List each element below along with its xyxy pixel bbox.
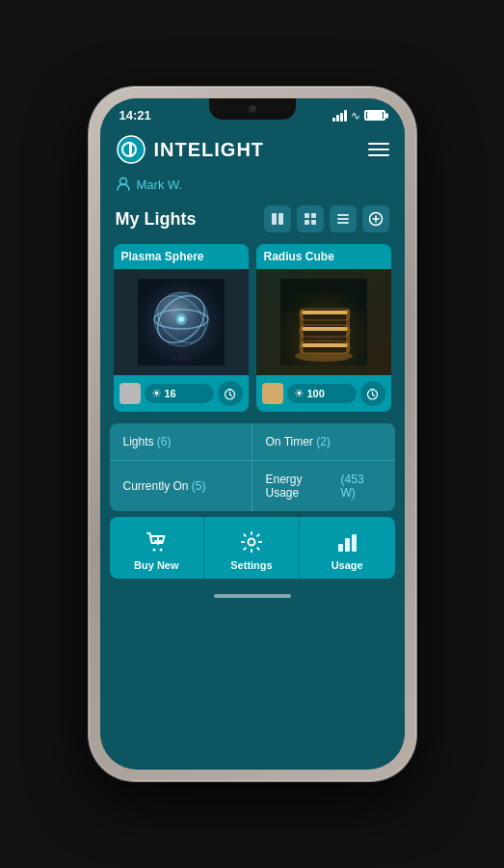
stats-grid: Lights (6) On Timer (2) Currently On (5)… <box>110 423 395 511</box>
stat-energy-value: (453 W) <box>341 473 382 500</box>
section-header: My Lights <box>100 200 405 240</box>
hamburger-line-2 <box>368 149 389 150</box>
svg-rect-50 <box>352 534 357 552</box>
hamburger-line-1 <box>368 143 389 145</box>
plasma-sphere-illustration <box>138 279 225 366</box>
stat-lights-value: (6) <box>157 435 172 448</box>
wifi-icon: ∿ <box>351 109 360 122</box>
stat-currently-on-label: Currently On <box>123 479 192 493</box>
brightness-value-plasma: 16 <box>165 388 176 399</box>
svg-rect-6 <box>305 213 309 218</box>
stat-currently-on-value: (5) <box>192 479 206 493</box>
stat-lights-label: Lights <box>123 435 157 448</box>
svg-rect-7 <box>311 213 316 218</box>
svg-point-24 <box>178 316 184 322</box>
light-card-label-plasma: Plasma Sphere <box>114 244 249 269</box>
radius-cube-illustration <box>280 279 367 366</box>
buy-new-icon <box>143 529 170 556</box>
svg-rect-34 <box>302 327 348 331</box>
stat-on-timer-value: (2) <box>316 435 331 448</box>
color-swatch-plasma[interactable] <box>119 383 141 404</box>
section-title: My Lights <box>116 209 197 230</box>
color-swatch-cube[interactable] <box>262 383 283 404</box>
screen: 14:21 ∿ <box>100 98 405 770</box>
nav-buy-new-label: Buy New <box>134 559 178 571</box>
add-light-button[interactable] <box>362 205 389 232</box>
svg-rect-12 <box>337 222 349 224</box>
light-card-image-plasma <box>114 269 249 375</box>
hamburger-line-3 <box>368 154 389 156</box>
notch <box>209 98 296 120</box>
brightness-icon-plasma: ☀ <box>151 387 162 400</box>
svg-point-44 <box>160 549 163 552</box>
light-card-radius-cube: Radius Cube <box>256 244 391 412</box>
home-bar <box>100 586 405 606</box>
svg-line-41 <box>373 394 375 396</box>
signal-bars-icon <box>332 110 347 122</box>
svg-point-43 <box>153 549 156 552</box>
nav-settings-label: Settings <box>230 559 272 571</box>
svg-rect-5 <box>279 213 283 225</box>
signal-bar-4 <box>344 110 347 122</box>
light-card-controls-plasma: ☀ 16 <box>114 375 249 412</box>
phone-shell: 14:21 ∿ <box>89 87 416 781</box>
timer-button-cube[interactable] <box>360 381 385 406</box>
svg-line-27 <box>230 394 232 396</box>
notch-camera <box>249 105 256 113</box>
status-time: 14:21 <box>119 108 151 122</box>
svg-rect-36 <box>302 311 348 314</box>
status-icons: ∿ <box>332 109 385 122</box>
svg-rect-2 <box>129 142 132 157</box>
svg-rect-32 <box>302 343 348 347</box>
nav-usage[interactable]: Usage <box>300 517 395 579</box>
home-indicator <box>214 594 291 598</box>
usage-icon <box>333 529 360 556</box>
grid-view-button[interactable] <box>297 205 324 232</box>
battery-icon <box>364 110 385 121</box>
stat-energy-label: Energy Usage <box>266 473 341 500</box>
light-card-controls-cube: ☀ 100 <box>256 375 391 412</box>
settings-icon <box>238 529 265 556</box>
nav-buy-new[interactable]: Buy New <box>110 517 205 579</box>
lights-grid: Plasma Sphere <box>100 240 405 423</box>
app-header: INTELIGHT <box>100 126 405 173</box>
svg-rect-9 <box>311 220 316 225</box>
timer-button-plasma[interactable] <box>218 381 243 406</box>
clock-icon-plasma <box>224 388 236 400</box>
svg-rect-11 <box>337 218 349 220</box>
bottom-nav: Buy New Settings Usage <box>110 517 395 579</box>
light-card-image-cube <box>256 269 391 375</box>
svg-rect-4 <box>272 213 277 225</box>
svg-rect-8 <box>305 220 309 225</box>
stat-energy[interactable]: Energy Usage (453 W) <box>252 461 395 511</box>
list-view-button[interactable] <box>330 205 357 232</box>
user-bar: Mark W. <box>100 173 405 200</box>
brightness-control-plasma[interactable]: ☀ 16 <box>145 384 214 403</box>
clock-icon-cube <box>366 388 379 400</box>
nav-usage-label: Usage <box>332 559 363 571</box>
app-logo: INTELIGHT <box>116 134 265 165</box>
signal-bar-2 <box>336 115 339 122</box>
user-icon <box>116 176 131 192</box>
brightness-control-cube[interactable]: ☀ 100 <box>287 384 357 403</box>
signal-bar-3 <box>340 113 343 122</box>
hamburger-button[interactable] <box>368 143 389 156</box>
signal-bar-1 <box>332 118 335 122</box>
stat-on-timer[interactable]: On Timer (2) <box>252 423 395 461</box>
split-view-button[interactable] <box>264 205 291 232</box>
svg-rect-10 <box>337 214 349 216</box>
svg-point-47 <box>248 539 254 546</box>
brightness-value-cube: 100 <box>307 388 325 399</box>
light-card-label-cube: Radius Cube <box>256 244 391 269</box>
battery-fill <box>367 112 383 119</box>
nav-settings[interactable]: Settings <box>204 517 300 579</box>
stat-lights[interactable]: Lights (6) <box>110 423 252 461</box>
stat-on-timer-label: On Timer <box>266 435 317 448</box>
svg-rect-38 <box>346 309 350 353</box>
stats-section: Lights (6) On Timer (2) Currently On (5)… <box>110 423 395 511</box>
logo-icon <box>116 134 146 165</box>
user-name: Mark W. <box>137 177 183 192</box>
svg-rect-49 <box>345 538 350 552</box>
stat-currently-on[interactable]: Currently On (5) <box>110 461 252 511</box>
logo-text: INTELIGHT <box>154 139 265 161</box>
